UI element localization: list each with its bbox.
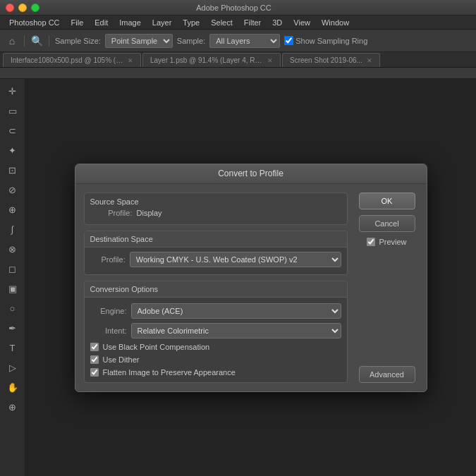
tab-0[interactable]: Interface1080x500.psd @ 105% (Layer ... … xyxy=(3,53,141,67)
move-tool[interactable]: ✛ xyxy=(4,82,22,100)
use-black-point-checkbox[interactable] xyxy=(90,343,99,351)
tab-close-2[interactable]: ✕ xyxy=(367,57,372,64)
stamp-tool[interactable]: ⊗ xyxy=(4,240,22,258)
use-dither-row: Use Dither xyxy=(90,355,341,364)
preview-label: Preview xyxy=(379,238,406,246)
intent-row: Intent: Perceptual Saturation Relative C… xyxy=(90,323,341,338)
destination-profile-row: Profile: Working CMYK - U.S. Web Coated … xyxy=(90,252,341,267)
menu-window[interactable]: Window xyxy=(317,17,354,28)
preview-checkbox[interactable] xyxy=(367,238,375,246)
lasso-tool[interactable]: ⊂ xyxy=(4,121,22,140)
toolbar-sep-1 xyxy=(24,35,25,47)
brush-tool[interactable]: ∫ xyxy=(4,220,22,238)
tab-2[interactable]: Screen Shot 2019-06... ✕ xyxy=(282,53,380,67)
engine-row: Engine: Adobe (ACE) Apple CMM xyxy=(90,303,341,319)
intent-label: Intent: xyxy=(90,327,127,335)
intent-select[interactable]: Perceptual Saturation Relative Colorimet… xyxy=(131,323,341,338)
destination-profile-label: Profile: xyxy=(90,255,126,264)
sample-size-label: Sample Size: xyxy=(55,37,101,45)
show-sampling-ring-checkbox[interactable]: Show Sampling Ring xyxy=(284,36,367,45)
engine-select[interactable]: Adobe (ACE) Apple CMM xyxy=(131,303,341,319)
select-rect-tool[interactable]: ▭ xyxy=(4,102,22,120)
destination-space-body: Profile: Working CMYK - U.S. Web Coated … xyxy=(85,248,347,274)
menu-bar: Photoshop CC File Edit Image Layer Type … xyxy=(0,16,476,30)
title-bar: Adobe Photoshop CC xyxy=(0,0,476,16)
flatten-image-row: Flatten Image to Preserve Appearance xyxy=(90,368,341,377)
left-toolbar: ✛ ▭ ⊂ ✦ ⊡ ⊘ ⊕ ∫ ⊗ ◻ ▣ ○ ✒ T ▷ ✋ ⊕ xyxy=(0,79,25,476)
menu-select[interactable]: Select xyxy=(206,17,238,28)
flatten-image-checkbox[interactable] xyxy=(90,368,99,377)
source-profile-row: Profile: Display xyxy=(90,209,341,217)
text-tool[interactable]: T xyxy=(4,338,22,357)
tabs-bar: Interface1080x500.psd @ 105% (Layer ... … xyxy=(0,52,476,68)
conversion-options-header: Conversion Options xyxy=(85,281,347,298)
main-area: ✛ ▭ ⊂ ✦ ⊡ ⊘ ⊕ ∫ ⊗ ◻ ▣ ○ ✒ T ▷ ✋ ⊕ Conver… xyxy=(0,79,476,476)
source-space-section: Source Space Profile: Display xyxy=(84,193,348,225)
flatten-image-label: Flatten Image to Preserve Appearance xyxy=(103,368,236,377)
source-profile-value: Display xyxy=(137,209,162,217)
use-black-point-label: Use Black Point Compensation xyxy=(103,343,210,351)
app-title: Adobe Photoshop CC xyxy=(0,4,470,12)
home-icon[interactable]: ⌂ xyxy=(6,35,18,47)
hand-tool[interactable]: ✋ xyxy=(4,378,22,396)
dialog-title: Convert to Profile xyxy=(218,169,283,178)
crop-tool[interactable]: ⊡ xyxy=(4,161,22,179)
conversion-options-body: Engine: Adobe (ACE) Apple CMM Intent: xyxy=(85,298,347,382)
tab-label-0: Interface1080x500.psd @ 105% (Layer ... xyxy=(11,56,123,64)
source-profile-label: Profile: xyxy=(90,209,133,217)
tab-close-1[interactable]: ✕ xyxy=(267,57,273,64)
tab-1[interactable]: Layer 1.psb @ 91.4% (Layer 4, RGB/8'... … xyxy=(142,53,281,67)
menu-view[interactable]: View xyxy=(288,17,315,28)
destination-space-header: Destination Space xyxy=(85,231,347,248)
sample-size-select[interactable]: Point Sample xyxy=(105,34,173,48)
menu-type[interactable]: Type xyxy=(178,17,205,28)
use-black-point-row: Use Black Point Compensation xyxy=(90,343,341,351)
menu-filter[interactable]: Filter xyxy=(239,17,266,28)
horizontal-ruler xyxy=(0,68,476,79)
menu-file[interactable]: File xyxy=(66,17,89,28)
dialog-sidebar: OK Cancel Preview Advanced xyxy=(348,193,418,383)
use-dither-label: Use Dither xyxy=(103,355,140,364)
modal-overlay: Convert to Profile Source Space Profile:… xyxy=(25,79,476,476)
tab-close-0[interactable]: ✕ xyxy=(128,57,133,64)
options-toolbar: ⌂ 🔍 Sample Size: Point Sample Sample: Al… xyxy=(0,30,476,52)
menu-layer[interactable]: Layer xyxy=(147,17,177,28)
conversion-options-section: Conversion Options Engine: Adobe (ACE) A… xyxy=(84,281,348,383)
eraser-tool[interactable]: ◻ xyxy=(4,260,22,278)
menu-image[interactable]: Image xyxy=(114,17,146,28)
sample-select[interactable]: All Layers xyxy=(209,34,280,48)
convert-to-profile-dialog: Convert to Profile Source Space Profile:… xyxy=(75,164,427,392)
toolbar-sep-2 xyxy=(49,35,49,47)
menu-edit[interactable]: Edit xyxy=(90,17,113,28)
cancel-button[interactable]: Cancel xyxy=(359,215,415,232)
heal-tool[interactable]: ⊕ xyxy=(4,200,22,219)
menu-3d[interactable]: 3D xyxy=(267,17,287,28)
ok-button[interactable]: OK xyxy=(359,193,415,209)
zoom-tool[interactable]: ⊕ xyxy=(4,398,22,416)
eyedropper-tool-icon[interactable]: 🔍 xyxy=(30,35,43,47)
dialog-title-bar: Convert to Profile xyxy=(75,164,427,184)
dodge-tool[interactable]: ○ xyxy=(4,299,22,317)
canvas-area: Convert to Profile Source Space Profile:… xyxy=(25,79,476,476)
source-space-title: Source Space xyxy=(90,197,341,206)
preview-row: Preview xyxy=(367,238,406,246)
eyedropper-tool[interactable]: ⊘ xyxy=(4,181,22,199)
tab-label-1: Layer 1.psb @ 91.4% (Layer 4, RGB/8'... xyxy=(150,56,263,64)
shape-tool[interactable]: ▷ xyxy=(4,358,22,377)
advanced-button[interactable]: Advanced xyxy=(359,366,415,383)
engine-label: Engine: xyxy=(90,307,127,315)
destination-profile-select[interactable]: Working CMYK - U.S. Web Coated (SWOP) v2… xyxy=(130,252,341,267)
gradient-tool[interactable]: ▣ xyxy=(4,279,22,298)
menu-photoshop[interactable]: Photoshop CC xyxy=(4,17,65,28)
dialog-main: Source Space Profile: Display Destinatio… xyxy=(84,193,348,383)
sample-label: Sample: xyxy=(177,37,205,45)
destination-space-section: Destination Space Profile: Working CMYK … xyxy=(84,231,348,275)
magic-wand-tool[interactable]: ✦ xyxy=(4,141,22,159)
tab-label-2: Screen Shot 2019-06... xyxy=(290,56,362,64)
pen-tool[interactable]: ✒ xyxy=(4,319,22,337)
use-dither-checkbox[interactable] xyxy=(90,355,99,364)
dialog-body: Source Space Profile: Display Destinatio… xyxy=(75,184,427,391)
